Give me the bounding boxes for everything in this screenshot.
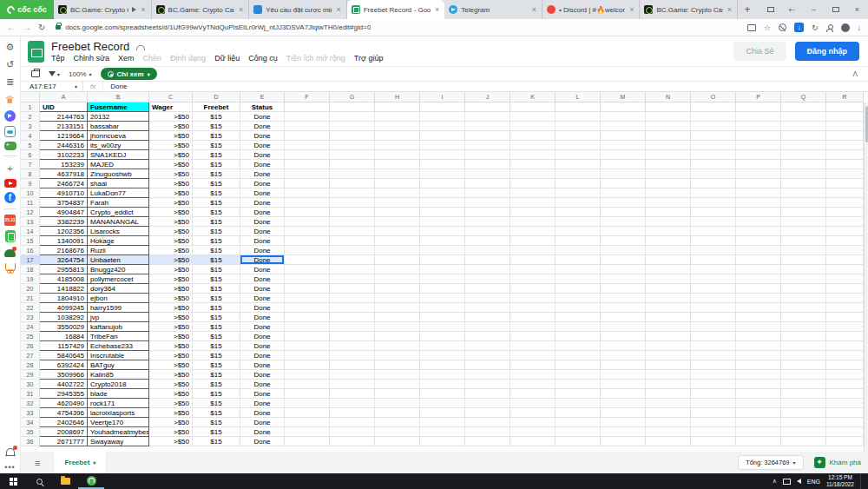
sidebar-games-icon[interactable]	[4, 142, 16, 150]
cell-M21[interactable]	[601, 294, 646, 303]
cell-N33[interactable]	[646, 408, 691, 418]
cell-L30[interactable]	[556, 380, 601, 389]
cell-H3[interactable]	[375, 122, 420, 131]
cell-I15[interactable]	[420, 236, 465, 246]
cell-I19[interactable]	[420, 274, 465, 284]
cell-K29[interactable]	[510, 370, 556, 380]
cell-J12[interactable]	[465, 208, 510, 217]
cell-G18[interactable]	[330, 265, 375, 274]
cell-J19[interactable]	[465, 274, 510, 284]
cell-R7[interactable]	[826, 160, 864, 169]
cell-K30[interactable]	[510, 380, 556, 389]
cell-E13[interactable]: Done	[240, 217, 285, 227]
cell-N19[interactable]	[646, 274, 691, 284]
cell-E19[interactable]: Done	[240, 274, 285, 284]
cell-B16[interactable]: Ruzli	[88, 246, 149, 255]
cell-K36[interactable]	[510, 437, 556, 446]
cell-J30[interactable]	[465, 380, 510, 389]
cell-H21[interactable]	[375, 294, 420, 303]
cell-P11[interactable]	[736, 198, 781, 208]
cell-A25[interactable]: 16884	[40, 332, 88, 341]
cell-Q12[interactable]	[781, 208, 826, 217]
cell-N25[interactable]	[646, 332, 691, 341]
cell-A19[interactable]: 4185008	[40, 274, 88, 284]
row-header-5[interactable]: 5	[21, 141, 40, 150]
cell-F8[interactable]	[285, 169, 330, 179]
cell-D34[interactable]: $15	[193, 418, 240, 427]
cell-G21[interactable]	[330, 294, 375, 303]
cell-B4[interactable]: jhonncueva	[88, 131, 149, 141]
cell-O29[interactable]	[691, 370, 736, 380]
cell-C24[interactable]: >$50	[149, 322, 193, 332]
cell-B31[interactable]: blade	[88, 389, 149, 399]
column-header-Q[interactable]: Q	[781, 92, 826, 102]
cell-N36[interactable]	[646, 437, 691, 446]
cell-H10[interactable]	[375, 188, 420, 198]
cell-H20[interactable]	[375, 284, 420, 294]
cell-E29[interactable]: Done	[240, 370, 285, 380]
cell-O21[interactable]	[691, 294, 736, 303]
cell-F29[interactable]	[285, 370, 330, 380]
cell-E31[interactable]: Done	[240, 389, 285, 399]
cell-J21[interactable]	[465, 294, 510, 303]
cell-G11[interactable]	[330, 198, 375, 208]
cell-K16[interactable]	[510, 246, 556, 255]
cell-A17[interactable]: 3264754	[40, 255, 88, 265]
cell-E28[interactable]: Done	[240, 360, 285, 370]
cell-D9[interactable]: $15	[193, 179, 240, 188]
row-header-26[interactable]: 26	[21, 341, 40, 351]
cell-C1[interactable]: Wager	[149, 102, 193, 112]
cell-C15[interactable]: >$50	[149, 236, 193, 246]
cell-R2[interactable]	[826, 112, 864, 122]
cell-N11[interactable]	[646, 198, 691, 208]
cell-H27[interactable]	[375, 351, 420, 360]
cell-L12[interactable]	[556, 208, 601, 217]
row-header-17[interactable]: 17	[21, 255, 40, 265]
cell-K18[interactable]	[510, 265, 556, 274]
cell-L5[interactable]	[556, 141, 601, 150]
sidebar-messenger-icon[interactable]	[4, 110, 16, 122]
cell-R18[interactable]	[826, 265, 864, 274]
cell-E1[interactable]: Status	[240, 102, 285, 112]
cell-E16[interactable]: Done	[240, 246, 285, 255]
cell-K34[interactable]	[510, 418, 556, 427]
cell-F34[interactable]	[285, 418, 330, 427]
cell-F6[interactable]	[285, 150, 330, 160]
cell-I2[interactable]	[420, 112, 465, 122]
cell-E33[interactable]: Done	[240, 408, 285, 418]
cell-D22[interactable]: $15	[193, 303, 240, 313]
cell-Q17[interactable]	[781, 255, 826, 265]
cell-O7[interactable]	[691, 160, 736, 169]
cell-B36[interactable]: Swayaway	[88, 437, 149, 446]
menu-trợ-giúp[interactable]: Trợ giúp	[354, 54, 384, 63]
cell-A4[interactable]: 1219664	[40, 131, 88, 141]
cell-C32[interactable]: >$50	[149, 399, 193, 408]
cell-N7[interactable]	[646, 160, 691, 169]
cell-F20[interactable]	[285, 284, 330, 294]
row-header-36[interactable]: 36	[21, 437, 40, 446]
cell-J31[interactable]	[465, 389, 510, 399]
cell-H35[interactable]	[375, 427, 420, 437]
cell-R19[interactable]	[826, 274, 864, 284]
cell-I11[interactable]	[420, 198, 465, 208]
vertical-scrollbar[interactable]	[864, 102, 868, 452]
cell-I34[interactable]	[420, 418, 465, 427]
cell-D2[interactable]: $15	[193, 112, 240, 122]
cell-Q27[interactable]	[781, 351, 826, 360]
sidebar-add-icon[interactable]: +	[3, 162, 16, 175]
cell-M32[interactable]	[601, 399, 646, 408]
cell-N13[interactable]	[646, 217, 691, 227]
cell-J29[interactable]	[465, 370, 510, 380]
cell-E35[interactable]: Done	[240, 427, 285, 437]
cell-Q13[interactable]	[781, 217, 826, 227]
cell-L25[interactable]	[556, 332, 601, 341]
reload-icon[interactable]: ↻	[38, 23, 45, 32]
cell-O32[interactable]	[691, 399, 736, 408]
cell-N9[interactable]	[646, 179, 691, 188]
cell-R4[interactable]	[826, 131, 864, 141]
column-header-K[interactable]: K	[510, 92, 556, 102]
cell-J28[interactable]	[465, 360, 510, 370]
cell-P18[interactable]	[736, 265, 781, 274]
cell-O11[interactable]	[691, 198, 736, 208]
cell-N12[interactable]	[646, 208, 691, 217]
